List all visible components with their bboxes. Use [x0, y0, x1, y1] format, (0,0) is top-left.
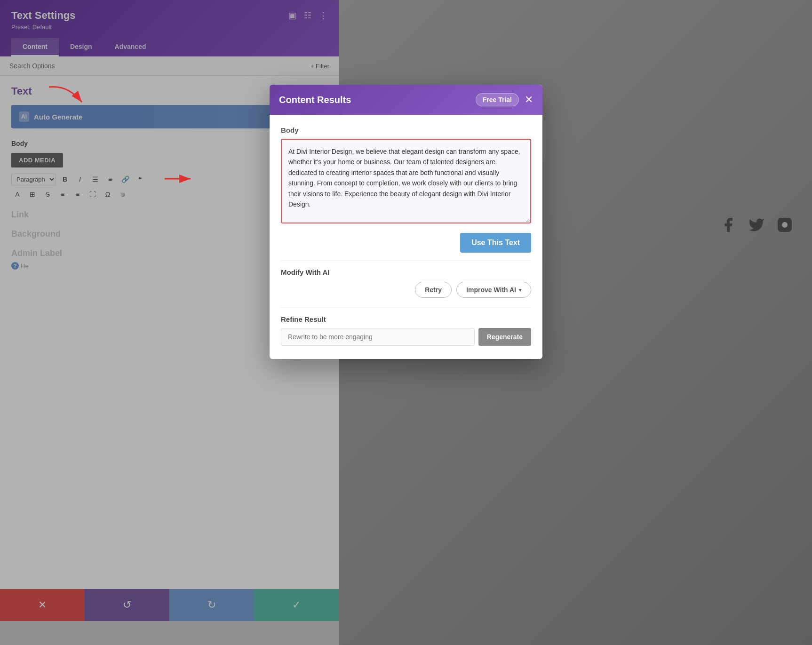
refine-section: Refine Result Regenerate — [281, 315, 531, 346]
result-textarea[interactable]: At Divi Interior Design, we believe that… — [281, 139, 531, 223]
refine-label: Refine Result — [281, 315, 531, 323]
modify-actions: Retry Improve With AI ▾ — [281, 282, 531, 298]
modal-close-button[interactable]: ✕ — [525, 95, 533, 105]
modal-header: Content Results Free Trial ✕ — [270, 85, 542, 115]
free-trial-badge[interactable]: Free Trial — [476, 93, 519, 106]
modal-divider — [281, 260, 531, 261]
refine-row: Regenerate — [281, 328, 531, 346]
modal-title: Content Results — [279, 95, 351, 105]
improve-button[interactable]: Improve With AI ▾ — [456, 282, 531, 298]
modal-body: Body At Divi Interior Design, we believe… — [270, 115, 542, 359]
modify-section: Modify With AI Retry Improve With AI ▾ — [281, 268, 531, 298]
modal-body-label: Body — [281, 126, 531, 134]
content-results-modal: Content Results Free Trial ✕ Body At Div… — [270, 85, 542, 359]
modal-overlay: Content Results Free Trial ✕ Body At Div… — [0, 0, 812, 645]
retry-button[interactable]: Retry — [415, 282, 452, 298]
modify-label: Modify With AI — [281, 268, 531, 276]
modal-header-right: Free Trial ✕ — [476, 93, 533, 106]
refine-input[interactable] — [281, 328, 475, 346]
use-this-text-button[interactable]: Use This Text — [460, 233, 531, 253]
regenerate-button[interactable]: Regenerate — [478, 328, 531, 346]
improve-label: Improve With AI — [466, 286, 516, 294]
modal-divider-2 — [281, 307, 531, 308]
chevron-down-icon: ▾ — [519, 287, 521, 293]
